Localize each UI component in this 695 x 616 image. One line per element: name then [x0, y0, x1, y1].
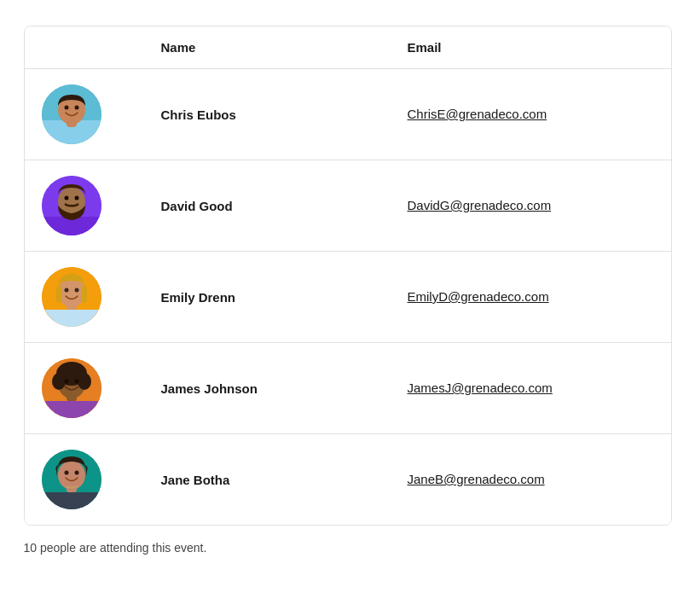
person-email[interactable]: JaneB@grenadeco.com — [408, 472, 654, 487]
svg-point-24 — [64, 288, 68, 293]
attendees-table: Name Email — [24, 26, 672, 526]
svg-point-15 — [74, 196, 78, 200]
avatar-cell — [42, 84, 161, 144]
person-name: Chris Eubos — [161, 108, 408, 122]
svg-rect-23 — [82, 286, 87, 303]
avatar-cell — [42, 450, 161, 509]
person-name: Emily Drenn — [161, 290, 408, 305]
avatar — [42, 358, 101, 418]
email-link[interactable]: JamesJ@grenadeco.com — [408, 381, 553, 395]
svg-point-14 — [64, 196, 68, 200]
svg-point-42 — [58, 461, 85, 490]
header-avatar-col — [42, 40, 161, 55]
person-email[interactable]: DavidG@grenadeco.com — [408, 198, 654, 213]
table-header: Name Email — [25, 26, 671, 69]
person-name: David Good — [161, 199, 408, 213]
svg-point-33 — [52, 373, 66, 390]
table-row: Jane Botha JaneB@grenadeco.com — [25, 434, 671, 525]
table-row: Emily Drenn EmilyD@grenadeco.com — [25, 252, 671, 343]
svg-rect-22 — [56, 286, 61, 303]
email-link[interactable]: JaneB@grenadeco.com — [408, 472, 545, 486]
svg-point-21 — [58, 278, 85, 307]
table-row: David Good DavidG@grenadeco.com — [25, 160, 671, 252]
table-row: James Johnson JamesJ@grenadeco.com — [25, 343, 671, 434]
svg-point-6 — [64, 106, 68, 110]
person-email[interactable]: JamesJ@grenadeco.com — [408, 381, 654, 396]
email-link[interactable]: ChrisE@grenadeco.com — [408, 107, 547, 121]
svg-point-44 — [74, 471, 78, 475]
person-email[interactable]: EmilyD@grenadeco.com — [408, 289, 654, 305]
person-email[interactable]: ChrisE@grenadeco.com — [408, 107, 654, 122]
svg-point-25 — [74, 288, 78, 293]
avatar — [42, 176, 101, 235]
header-email-col: Email — [408, 40, 654, 55]
table-row: Chris Eubos ChrisE@grenadeco.com — [25, 69, 671, 160]
avatar-cell — [42, 267, 161, 327]
svg-point-7 — [74, 106, 78, 110]
avatar-cell — [42, 358, 161, 418]
avatar — [42, 84, 101, 144]
svg-point-35 — [64, 380, 68, 384]
attendee-count: 10 people are attending this event. — [24, 541, 672, 555]
svg-point-34 — [78, 373, 91, 390]
avatar — [42, 267, 101, 327]
header-name-col: Name — [161, 40, 408, 55]
svg-rect-19 — [42, 310, 101, 327]
person-name: Jane Botha — [161, 473, 408, 487]
email-link[interactable]: DavidG@grenadeco.com — [408, 198, 552, 212]
svg-rect-29 — [42, 401, 101, 418]
person-name: James Johnson — [161, 381, 408, 396]
svg-point-43 — [64, 471, 68, 475]
email-link[interactable]: EmilyD@grenadeco.com — [408, 289, 549, 304]
svg-rect-40 — [42, 492, 101, 509]
svg-point-36 — [74, 380, 78, 384]
avatar — [42, 450, 101, 509]
avatar-cell — [42, 176, 161, 235]
